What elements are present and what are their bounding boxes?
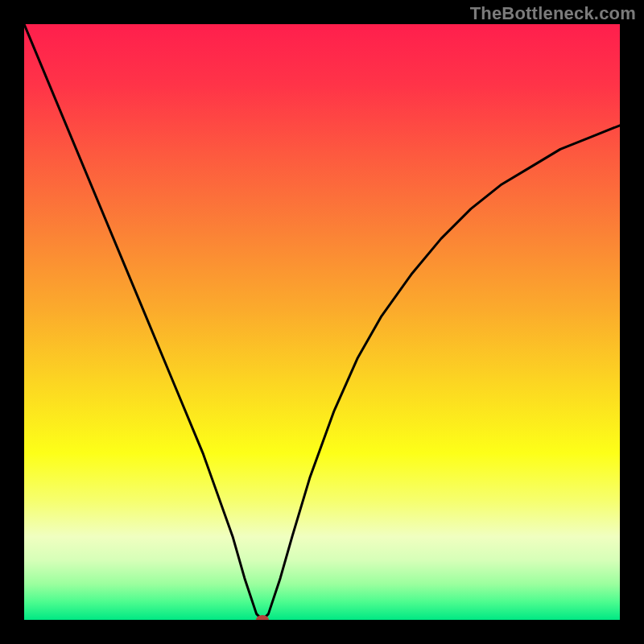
watermark-text: TheBottleneck.com: [470, 3, 636, 24]
chart-frame: TheBottleneck.com: [0, 0, 644, 644]
bottleneck-chart: [24, 24, 620, 620]
plot-area: [24, 24, 620, 620]
gradient-background: [24, 24, 620, 620]
